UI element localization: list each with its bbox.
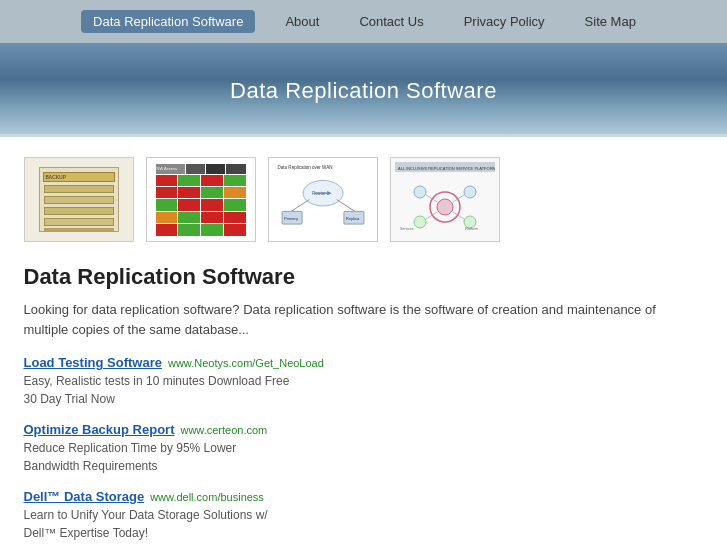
main-content: BACKUP NW Access	[4, 137, 724, 545]
ad-url-2: www.dell.com/business	[150, 491, 264, 503]
page-description: Looking for data replication software? D…	[24, 300, 704, 339]
nav-item-contact[interactable]: Contact Us	[349, 10, 433, 33]
nav-item-privacy[interactable]: Privacy Policy	[454, 10, 555, 33]
svg-point-17	[414, 216, 426, 228]
svg-text:Replica: Replica	[345, 215, 359, 220]
ad-url-1: www.certeon.com	[180, 424, 267, 436]
thumbnail-4[interactable]: ALL INCLUSIVE REPLICATION SERVICE PLATFO…	[390, 157, 500, 242]
ad-desc-0: Easy, Realistic tests in 10 minutes Down…	[24, 372, 704, 408]
ad-item-1: Optimize Backup Reportwww.certeon.com Re…	[24, 422, 704, 475]
ad-url-0: www.Neotys.com/Get_NeoLoad	[168, 357, 324, 369]
svg-point-16	[464, 186, 476, 198]
thumbnail-2[interactable]: NW Access	[146, 157, 256, 242]
thumbnail-3[interactable]: Data Replication over WAN Router Primary…	[268, 157, 378, 242]
thumb1-inner: BACKUP	[39, 167, 119, 232]
svg-text:ALL INCLUSIVE REPLICATION SERV: ALL INCLUSIVE REPLICATION SERVICE PLATFO…	[398, 166, 495, 171]
svg-text:Services: Services	[400, 227, 414, 231]
ad-item-0: Load Testing Softwarewww.Neotys.com/Get_…	[24, 355, 704, 408]
nav-item-data-replication[interactable]: Data Replication Software	[81, 10, 255, 33]
nav-item-about[interactable]: About	[275, 10, 329, 33]
hero-title: Data Replication Software	[230, 78, 497, 103]
page-title: Data Replication Software	[24, 264, 704, 290]
svg-point-14	[437, 199, 453, 215]
svg-point-15	[414, 186, 426, 198]
svg-text:Data Replication over WAN: Data Replication over WAN	[277, 164, 332, 169]
ad-link-0[interactable]: Load Testing Software	[24, 355, 162, 370]
svg-text:Platform: Platform	[465, 227, 478, 231]
circle-diagram-svg: ALL INCLUSIVE REPLICATION SERVICE PLATFO…	[395, 162, 495, 237]
nav-bar: Data Replication Software About Contact …	[0, 0, 727, 43]
nav-item-sitemap[interactable]: Site Map	[575, 10, 646, 33]
ad-desc-1: Reduce Replication Time by 95% Lower Ban…	[24, 439, 704, 475]
hero-section: Data Replication Software	[0, 43, 727, 134]
svg-line-3	[291, 199, 309, 211]
ad-item-2: Dell™ Data Storagewww.dell.com/business …	[24, 489, 704, 542]
svg-text:Primary: Primary	[283, 215, 298, 220]
ad-link-1[interactable]: Optimize Backup Report	[24, 422, 175, 437]
ad-desc-2: Learn to Unify Your Data Storage Solutio…	[24, 506, 704, 542]
svg-line-4	[336, 199, 354, 211]
image-gallery: BACKUP NW Access	[24, 157, 704, 242]
ad-link-2[interactable]: Dell™ Data Storage	[24, 489, 145, 504]
network-diagram-svg: Data Replication over WAN Router Primary…	[273, 161, 373, 239]
thumbnail-1[interactable]: BACKUP	[24, 157, 134, 242]
